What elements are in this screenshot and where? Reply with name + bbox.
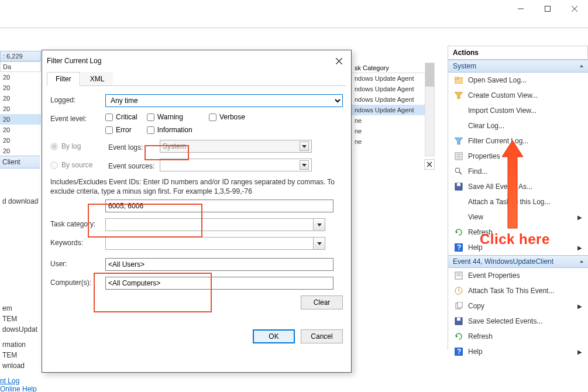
column-header-date[interactable]: Da [0, 61, 41, 72]
scrollbar[interactable] [425, 63, 435, 156]
chevron-down-icon [300, 142, 309, 151]
event-properties-action[interactable]: Event Properties [448, 268, 588, 283]
properties-action[interactable]: Properties [448, 149, 588, 164]
svg-rect-30 [458, 302, 462, 308]
online-help-link[interactable]: nt Log Online Help [0, 377, 37, 392]
svg-rect-19 [457, 183, 460, 186]
table-row[interactable]: 20 [0, 93, 41, 104]
table-row[interactable]: ndows Update Agent [351, 105, 434, 115]
details-text: wnload [0, 360, 40, 371]
tab-filter[interactable]: Filter [47, 72, 80, 86]
chevron-right-icon: ▶ [577, 303, 582, 310]
table-row[interactable]: 20 [0, 82, 41, 93]
attach-task-log-action[interactable]: Attach a Task to this Log... [448, 194, 588, 209]
filter-current-log-action[interactable]: Filter Current Log... [448, 133, 588, 149]
view-action[interactable]: View▶ [448, 209, 588, 225]
event-sources-combo[interactable] [160, 159, 312, 171]
chevron-down-icon[interactable] [300, 160, 309, 170]
critical-checkbox[interactable]: Critical [105, 113, 137, 121]
computer-label: Computer(s): [50, 277, 105, 287]
create-custom-view-action[interactable]: Create Custom View... [448, 88, 588, 103]
chevron-down-icon[interactable] [314, 218, 325, 231]
task-icon [454, 286, 463, 295]
maximize-button[interactable] [534, 0, 561, 18]
logged-label: Logged: [50, 94, 105, 104]
table-row[interactable]: ndows Update Agent [351, 94, 434, 105]
information-checkbox[interactable]: Information [147, 126, 192, 134]
table-row[interactable]: 20 [0, 135, 41, 146]
ok-button[interactable]: OK [253, 329, 295, 343]
clear-log-action[interactable]: Clear Log... [448, 118, 588, 133]
save-icon [454, 317, 463, 326]
blank-icon [454, 106, 463, 115]
attach-task-event-action[interactable]: Attach Task To This Event... [448, 283, 588, 298]
open-saved-log-action[interactable]: Open Saved Log... [448, 73, 588, 88]
panel-header-client: Client [0, 156, 40, 169]
clear-button[interactable]: Clear [301, 295, 343, 310]
collapse-icon[interactable] [580, 65, 583, 67]
table-row[interactable]: ne [351, 126, 434, 136]
folder-icon [454, 75, 463, 85]
save-selected-action[interactable]: Save Selected Events... [448, 314, 588, 329]
minimize-button[interactable] [507, 0, 534, 18]
svg-marker-33 [456, 335, 458, 338]
blank-icon [454, 197, 463, 207]
details-text: TEM [0, 314, 40, 324]
import-custom-view-action[interactable]: Import Custom View... [448, 103, 588, 118]
warning-checkbox[interactable]: Warning [147, 113, 183, 121]
keywords-label: Keywords: [50, 237, 105, 247]
chevron-down-icon[interactable] [314, 237, 325, 250]
find-action[interactable]: Find... [448, 164, 588, 179]
actions-title: Actions [448, 46, 588, 60]
event-logs-combo: System [160, 140, 312, 153]
table-row[interactable]: 20 [0, 72, 41, 82]
chevron-right-icon: ▶ [577, 349, 582, 355]
task-category-combo[interactable] [105, 218, 325, 231]
table-row[interactable]: 20 [0, 114, 41, 125]
dialog-title: Filter Current Log [47, 57, 101, 65]
table-row[interactable]: ndows Update Agent [351, 84, 434, 94]
help-action-2[interactable]: ?Help▶ [448, 344, 588, 359]
event-id-input[interactable] [105, 200, 333, 212]
table-row[interactable]: 20 [0, 125, 41, 135]
refresh-action-2[interactable]: Refresh [448, 329, 588, 344]
copy-icon [454, 301, 463, 311]
save-all-events-action[interactable]: Save All Events As... [448, 179, 588, 194]
svg-line-17 [459, 172, 462, 174]
table-row[interactable]: 20 [0, 146, 41, 156]
close-icon[interactable] [424, 159, 435, 170]
event-logs-value: System [163, 142, 186, 150]
by-log-label: By log [61, 142, 108, 150]
event-id-help-text: Includes/Excludes Event IDs: Enter ID nu… [50, 177, 343, 196]
blank-icon [454, 121, 463, 130]
svg-marker-10 [455, 92, 463, 99]
chevron-right-icon: ▶ [577, 214, 582, 221]
details-text: rmation [0, 339, 40, 350]
table-row[interactable]: 20 [0, 104, 41, 114]
copy-action[interactable]: Copy▶ [448, 298, 588, 314]
help-icon: ? [454, 347, 463, 356]
details-text: em [0, 303, 40, 314]
event-count: : 6,229 [0, 51, 41, 61]
tab-xml[interactable]: XML [81, 72, 114, 86]
cancel-button[interactable]: Cancel [301, 329, 343, 343]
event-level-label: Event level: [50, 113, 105, 123]
table-row[interactable]: ne [351, 115, 434, 126]
svg-point-16 [455, 168, 460, 173]
dialog-close-button[interactable] [331, 54, 346, 68]
close-button[interactable] [561, 0, 588, 18]
computer-input[interactable] [105, 277, 333, 290]
logged-select[interactable]: Any time [105, 94, 343, 107]
verbose-checkbox[interactable]: Verbose [209, 113, 245, 121]
keywords-combo[interactable] [105, 237, 325, 250]
filter-dialog: Filter Current Log Filter XML Logged: An… [42, 50, 352, 373]
event-sources-label: Event sources: [108, 160, 160, 170]
error-checkbox[interactable]: Error [105, 126, 132, 134]
user-input[interactable] [105, 258, 333, 271]
column-header-task[interactable]: sk Category [351, 63, 434, 73]
collapse-icon[interactable] [580, 260, 583, 263]
table-row[interactable]: ndows Update Agent [351, 73, 434, 84]
divider [0, 27, 588, 28]
svg-line-28 [459, 291, 460, 292]
table-row[interactable]: ne [351, 136, 434, 147]
